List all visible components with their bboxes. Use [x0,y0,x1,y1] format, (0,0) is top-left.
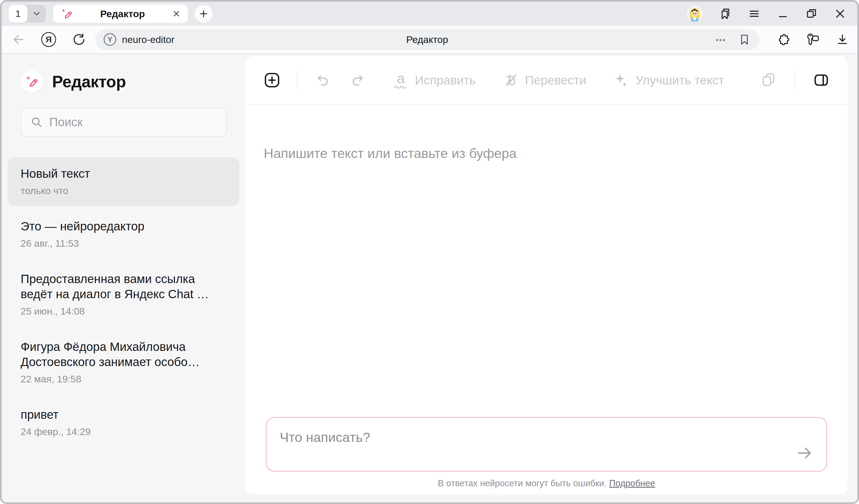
yandex-button[interactable]: Я [41,32,56,47]
magic-pencil-icon [61,8,73,20]
profile-avatar[interactable] [687,6,703,22]
app-title: Редактор [52,72,126,91]
address-url[interactable]: neuro-editor [122,34,175,45]
document-item[interactable]: Предоставленная вами ссылка ведёт на диа… [7,263,239,326]
disclaimer: В ответах нейросети могут быть ошибки. П… [245,478,847,489]
sparkles-icon [614,73,629,88]
toolbar-divider [794,72,795,89]
address-bar[interactable]: Редактор Y neuro-editor [95,29,759,50]
spellcheck-icon: a [394,72,408,89]
minimize-icon[interactable] [777,7,789,20]
sidebar: Редактор Новый текст только что Это — не… [2,55,245,502]
prompt-input[interactable] [267,418,826,471]
document-date: 24 февр., 14:29 [20,426,226,437]
toolbar-divider [297,72,298,89]
search-input[interactable] [49,115,217,129]
editor-toolbar: a Исправить Перевести [245,56,847,105]
improve-label: Улучшить текст [636,73,724,87]
extensions-icon[interactable] [777,33,790,46]
tab-count[interactable]: 1 [9,5,28,22]
document-date: 26 авг., 11:53 [20,238,226,249]
menu-icon[interactable] [748,7,760,20]
document-title: Предоставленная вами ссылка ведёт на диа… [20,271,226,302]
document-date: 25 июн., 14:08 [20,306,226,317]
send-button[interactable] [795,443,814,463]
document-item-new-text[interactable]: Новый текст только что [7,157,239,206]
tab-editor[interactable]: Редактор [53,4,188,23]
tab-bar: 1 Редактор [2,2,857,26]
browser-window: 1 Редактор [0,0,859,504]
disclaimer-link[interactable]: Подробнее [609,478,655,488]
copy-button[interactable] [761,73,776,88]
address-right-icons [714,33,751,46]
tabs-panel-button[interactable]: 1 [9,5,46,22]
search-icon [30,116,43,128]
document-list: Новый текст только что Это — нейроредакт… [7,157,239,447]
toggle-panel-button[interactable] [813,72,829,88]
redo-button[interactable] [351,72,366,88]
address-page-title: Редактор [95,34,759,45]
window-controls [687,6,846,22]
nav-left-buttons: Я [12,32,86,47]
improve-button[interactable]: Улучшить текст [614,73,724,88]
document-item[interactable]: привет 24 февр., 14:29 [7,398,239,447]
downloads-icon[interactable] [835,33,849,46]
close-icon[interactable] [834,7,846,20]
restore-icon[interactable] [805,7,818,20]
document-item[interactable]: Фигура Фёдора Михайловича Достоевского з… [7,331,239,394]
passwords-icon[interactable] [806,32,820,47]
bookmark-page-icon[interactable] [738,33,751,46]
reload-icon[interactable] [72,33,86,46]
prompt-box[interactable] [266,417,827,472]
fix-label: Исправить [415,73,476,87]
navigation-bar: Я Редактор Y neuro-editor [2,26,857,54]
add-block-button[interactable] [264,72,280,89]
nav-right-icons [777,26,849,53]
document-title: Новый текст [20,166,226,181]
document-title: Это — нейроредактор [20,219,226,234]
more-options-icon[interactable] [714,33,727,46]
tab-close-icon[interactable] [172,10,180,18]
document-item[interactable]: Это — нейроредактор 26 авг., 11:53 [7,210,239,259]
chevron-down-icon[interactable] [28,10,46,18]
translate-icon [503,73,518,88]
document-date: 22 мая, 19:58 [20,373,226,385]
fix-button[interactable]: a Исправить [394,72,476,89]
editor-card: a Исправить Перевести [245,56,847,494]
translate-button[interactable]: Перевести [503,73,586,88]
app-content: Редактор Новый текст только что Это — не… [2,55,857,502]
document-title: привет [20,407,226,422]
translate-label: Перевести [525,73,586,87]
app-logo-icon [20,71,43,93]
document-date: только что [20,185,226,196]
undo-button[interactable] [314,72,330,88]
app-logo-row: Редактор [20,71,227,93]
search-box[interactable] [20,108,227,137]
editor-placeholder[interactable]: Напишите текст или вставьте из буфера [264,146,829,161]
tab-title: Редактор [73,8,172,19]
new-tab-button[interactable] [195,5,212,22]
bookmarks-icon[interactable] [719,7,732,20]
disclaimer-text: В ответах нейросети могут быть ошибки. [438,478,606,488]
back-icon[interactable] [12,33,25,46]
document-title: Фигура Фёдора Михайловича Достоевского з… [20,339,226,369]
